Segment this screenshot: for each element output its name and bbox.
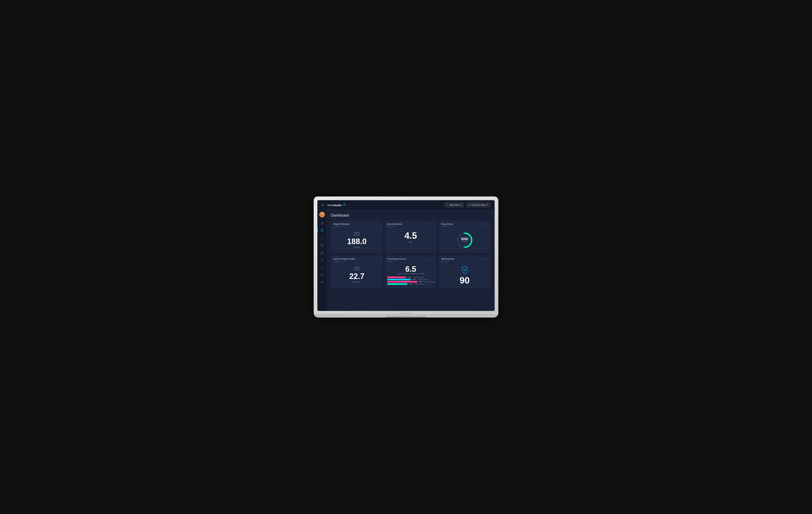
bodyfat-card-actions: ⓘ ⊕ ⋮ xyxy=(373,258,380,261)
readiness-card-date: 02/05/19 ↻ xyxy=(441,261,455,262)
connect-data-label: Connect Data xyxy=(472,204,485,206)
readiness-info-icon[interactable]: ⓘ xyxy=(481,258,483,261)
rem-bar-fill xyxy=(387,279,411,280)
aces-card: Aces (Biosense) 02/05/19 ↻ ⓘ ⊕ xyxy=(385,220,437,253)
readiness-value: 90 xyxy=(460,276,470,285)
sidebar-item-favorites[interactable] xyxy=(319,220,325,226)
sidebar-item-lab[interactable] xyxy=(319,257,325,263)
sleep-more-icon[interactable]: ⋮ xyxy=(432,258,434,260)
logo-molecule-icon xyxy=(342,203,346,206)
sleep-add-icon[interactable]: ⊕ xyxy=(430,258,431,260)
svg-line-4 xyxy=(344,204,346,205)
sidebar-item-data[interactable] xyxy=(319,242,325,249)
bodyfat-card-header: Body Fat (Apple Health) 02/05/19 ↻ ⓘ xyxy=(334,258,380,262)
add-data-button[interactable]: + Add Data ▾ xyxy=(444,202,464,207)
aces-info-icon[interactable]: ⓘ xyxy=(427,223,429,225)
bodyfat-more-icon[interactable]: ⋮ xyxy=(378,258,380,260)
bodyfat-card: Body Fat (Apple Health) 02/05/19 ↻ ⓘ xyxy=(331,255,383,289)
sidebar-item-log[interactable] xyxy=(319,249,325,256)
logo: three health xyxy=(327,203,346,207)
logo-bold: health xyxy=(334,204,341,207)
svg-point-18 xyxy=(321,281,322,282)
rem-label: Rem 1h 35min xyxy=(418,279,428,280)
sleep-bars: 12.8% Awake 1h 16min 18.7% Rem 1h 35min xyxy=(387,276,434,285)
laptop-wrapper: ☰ three health xyxy=(314,196,498,318)
steps-info-icon[interactable]: ⓘ xyxy=(481,223,483,225)
aces-card-header: Aces (Biosense) 02/05/19 ↻ ⓘ ⊕ xyxy=(387,223,434,228)
steps-add-icon[interactable]: ⊕ xyxy=(484,223,485,225)
svg-point-13 xyxy=(321,244,323,245)
sidebar xyxy=(317,210,327,311)
sleep-value: 6.5 xyxy=(405,265,416,273)
body: Dashboard Weight (Withings) 02/05/19 xyxy=(317,210,495,311)
weight-card-body: 188.0 Pounds xyxy=(334,229,380,249)
sidebar-item-community[interactable] xyxy=(319,279,325,285)
laptop-notch xyxy=(400,313,412,314)
sleep-title-group: Time Asleep (Hours) 02/05/19 ↻ xyxy=(387,258,406,262)
page-title: Dashboard xyxy=(331,213,491,218)
app: ☰ three health xyxy=(317,200,495,311)
header-right: + Add Data ▾ ⊡ Connect Data ▾ xyxy=(444,202,491,207)
readiness-more-icon[interactable]: ⋮ xyxy=(486,258,488,260)
main-content: Dashboard Weight (Withings) 02/05/19 xyxy=(327,210,495,311)
weight-add-icon[interactable]: ⊕ xyxy=(376,223,378,225)
sleep-info-icon[interactable]: ⓘ xyxy=(427,258,429,261)
bodyfat-card-body: 22.7 Goal 15% xyxy=(334,264,380,284)
steps-card: Steps (Oura) 02/05/19 ↻ ⓘ ⊕ xyxy=(439,220,491,253)
user-avatar[interactable] xyxy=(319,212,325,217)
sleep-bar-awake: 12.8% Awake 1h 16min xyxy=(387,276,434,278)
logo-plain: three xyxy=(327,204,334,207)
cards-grid: Weight (Withings) 02/05/19 ↻ ⓘ ⊕ xyxy=(331,220,491,289)
sleep-bedtime: Bed Time: 10:09 PM Wake Time: 7:09 AM xyxy=(397,273,424,274)
sidebar-item-dashboard[interactable] xyxy=(319,227,325,234)
awake-bar-fill xyxy=(387,276,406,278)
add-data-dropdown-icon: ▾ xyxy=(460,204,461,206)
bodyfat-info-icon[interactable]: ⓘ xyxy=(373,258,375,261)
weight-info-icon[interactable]: ⓘ xyxy=(373,223,375,225)
sidebar-item-education[interactable] xyxy=(319,272,325,278)
readiness-card-header: AM Readiness 02/05/19 ↻ ⓘ ⊕ xyxy=(441,258,488,262)
svg-point-0 xyxy=(344,203,345,204)
weight-card-date: 02/05/19 ↻ xyxy=(334,225,350,228)
add-data-label: Add Data xyxy=(450,204,459,206)
steps-card-date: 02/05/19 ↻ xyxy=(441,225,453,228)
aces-unit: ppm xyxy=(409,241,412,243)
sleep-card-date: 02/05/19 ↻ xyxy=(387,261,406,262)
readiness-card-actions: ⓘ ⊕ ⋮ xyxy=(481,258,488,261)
header: ☰ three health xyxy=(317,200,495,210)
sidebar-item-reports[interactable] xyxy=(319,235,325,241)
svg-marker-8 xyxy=(321,222,323,224)
sleep-bar-light: 50.9% Light 4h 16min xyxy=(387,281,434,283)
bodyfat-goal: Goal 15% xyxy=(353,281,361,283)
weight-card-actions: ⓘ ⊕ ⋮ xyxy=(373,223,380,225)
weight-more-icon[interactable]: ⋮ xyxy=(378,223,380,225)
svg-point-2 xyxy=(345,205,346,206)
aces-card-date: 02/05/19 ↻ xyxy=(387,225,402,228)
add-icon: + xyxy=(447,204,448,206)
readiness-add-icon[interactable]: ⊕ xyxy=(484,258,485,260)
bodyfat-add-icon[interactable]: ⊕ xyxy=(376,258,378,260)
weight-card-title: Weight (Withings) xyxy=(334,223,350,225)
sleep-card-title: Time Asleep (Hours) xyxy=(387,258,406,260)
awake-label: Awake 1h 16min xyxy=(413,277,424,278)
hamburger-icon[interactable]: ☰ xyxy=(321,203,324,207)
aces-more-icon[interactable]: ⋮ xyxy=(432,223,434,225)
steps-of-label: of 10000 xyxy=(461,241,468,243)
weight-card-header: Weight (Withings) 02/05/19 ↻ ⓘ ⊕ xyxy=(334,223,380,228)
steps-more-icon[interactable]: ⋮ xyxy=(486,223,488,225)
deep-label: Deep 1h 16min xyxy=(415,283,425,285)
weight-card: Weight (Withings) 02/05/19 ↻ ⓘ ⊕ xyxy=(331,220,383,253)
readiness-card-body: 90 xyxy=(441,264,488,286)
connect-data-button[interactable]: ⊡ Connect Data ▾ xyxy=(466,202,491,207)
svg-point-28 xyxy=(356,268,357,269)
sidebar-item-insights[interactable] xyxy=(319,264,325,271)
laptop-screen-outer: ☰ three health xyxy=(314,196,498,313)
sleep-card: Time Asleep (Hours) 02/05/19 ↻ ⓘ ⊕ xyxy=(385,255,437,289)
svg-line-3 xyxy=(343,204,344,205)
deep-pct: 14.6% xyxy=(408,283,413,285)
light-label: Light 4h 16min xyxy=(425,281,434,283)
aces-add-icon[interactable]: ⊕ xyxy=(430,223,431,225)
steps-title-group: Steps (Oura) 02/05/19 ↻ xyxy=(441,223,453,228)
deep-bar-fill xyxy=(387,283,407,285)
rem-pct: 18.7% xyxy=(411,279,416,280)
